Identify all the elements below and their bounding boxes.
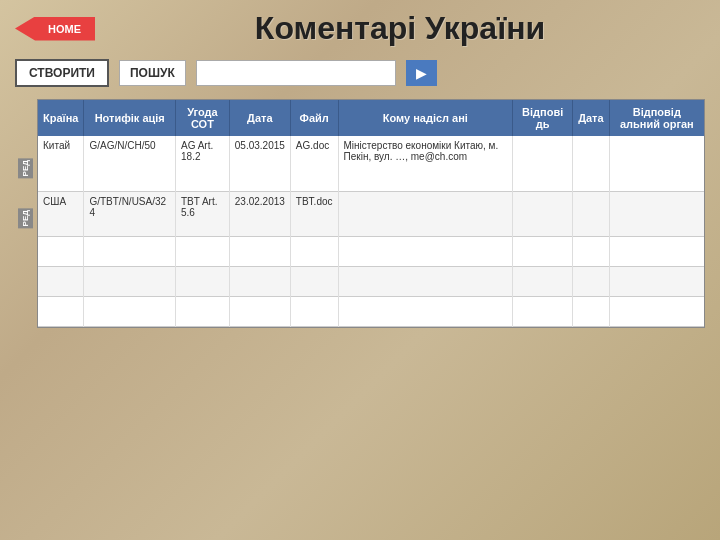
table-row-empty xyxy=(38,296,704,326)
create-button[interactable]: СТВОРИТИ xyxy=(15,59,109,87)
col-recipients: Кому надісл ані xyxy=(338,100,513,136)
table-row: США G/TBT/N/USA/32 4 TBT Art. 5.6 23.02.… xyxy=(38,191,704,236)
col-resp-organ: Відповід альний орган xyxy=(609,100,704,136)
cell-agreement: AG Art. 18.2 xyxy=(176,136,230,191)
red-labels: РЕД РЕД xyxy=(15,99,35,328)
cell-notification: G/TBT/N/USA/32 4 xyxy=(84,191,176,236)
col-response: Відпові дь xyxy=(513,100,573,136)
col-resp-date: Дата xyxy=(573,100,609,136)
cell-response xyxy=(513,136,573,191)
table-row-empty xyxy=(38,236,704,266)
page-title: Коментарі України xyxy=(95,10,705,47)
cell-date: 23.02.2013 xyxy=(229,191,290,236)
data-table: Країна Нотифік ація Угода СОТ Дата Файл … xyxy=(37,99,705,328)
cell-agreement: TBT Art. 5.6 xyxy=(176,191,230,236)
toolbar: СТВОРИТИ ПОШУК ▶ xyxy=(15,59,705,87)
cell-recipients xyxy=(338,191,513,236)
search-label: ПОШУК xyxy=(119,60,186,86)
cell-file: TBT.doc xyxy=(290,191,338,236)
red-label-1: РЕД xyxy=(18,158,33,178)
table-area: Країна Нотифік ація Угода СОТ Дата Файл … xyxy=(37,99,705,328)
col-country: Країна xyxy=(38,100,84,136)
cell-country: США xyxy=(38,191,84,236)
cell-resp-date xyxy=(573,191,609,236)
table-row-empty xyxy=(38,266,704,296)
cell-resp-organ xyxy=(609,136,704,191)
page-container: HOME Коментарі України СТВОРИТИ ПОШУК ▶ … xyxy=(0,0,720,540)
col-file: Файл xyxy=(290,100,338,136)
header: HOME Коментарі України xyxy=(15,10,705,47)
cell-file: AG.doc xyxy=(290,136,338,191)
cell-recipients: Міністерство економіки Китаю, м. Пекін, … xyxy=(338,136,513,191)
cell-resp-date xyxy=(573,136,609,191)
home-button[interactable]: HOME xyxy=(15,17,95,41)
table-row: Китай G/AG/N/CH/50 AG Art. 18.2 05.03.20… xyxy=(38,136,704,191)
red-label-2: РЕД xyxy=(18,208,33,228)
cell-date: 05.03.2015 xyxy=(229,136,290,191)
cell-country: Китай xyxy=(38,136,84,191)
table-header-row: Країна Нотифік ація Угода СОТ Дата Файл … xyxy=(38,100,704,136)
search-input[interactable] xyxy=(196,60,396,86)
cell-resp-organ xyxy=(609,191,704,236)
cell-response xyxy=(513,191,573,236)
search-submit-button[interactable]: ▶ xyxy=(406,60,437,86)
col-notification: Нотифік ація xyxy=(84,100,176,136)
col-date: Дата xyxy=(229,100,290,136)
cell-notification: G/AG/N/CH/50 xyxy=(84,136,176,191)
col-agreement: Угода СОТ xyxy=(176,100,230,136)
